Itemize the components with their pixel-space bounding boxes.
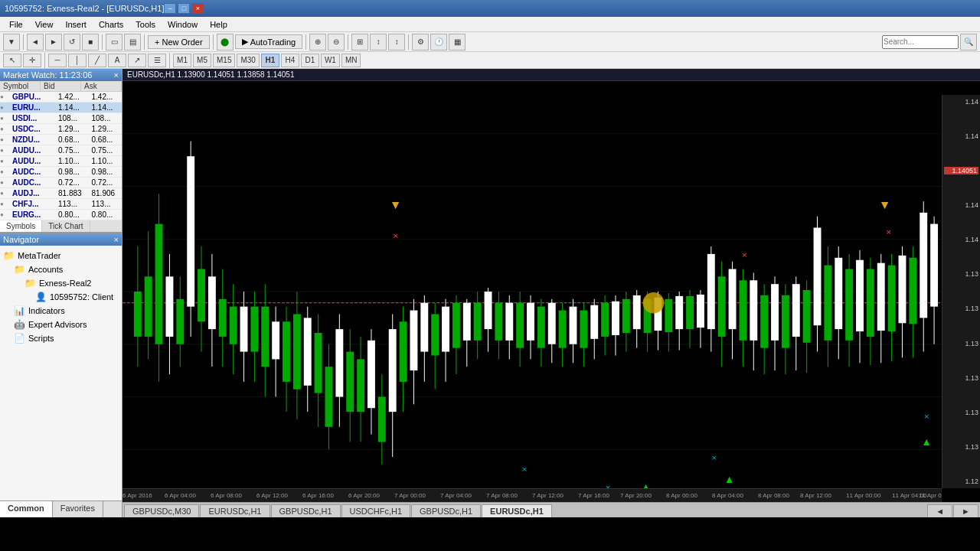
draw-cursor[interactable]: ↖ — [3, 54, 21, 67]
draw-vline[interactable]: │ — [68, 54, 87, 67]
toolbar-settings[interactable]: ⚙ — [412, 34, 429, 51]
toolbar-new[interactable]: ▼ — [3, 34, 20, 51]
toolbar-fwd[interactable]: ► — [45, 34, 62, 51]
chart-tab-eurusdh1-1[interactable]: EURUSDc,H1 — [200, 504, 270, 518]
minimize-button[interactable]: − — [164, 3, 176, 14]
draw-more[interactable]: ☰ — [148, 54, 166, 67]
toolbar-grid[interactable]: ⊞ — [351, 34, 368, 51]
nav-tree-item[interactable]: 🤖 Expert Advisors — [0, 318, 122, 331]
chart-tab-usdchfh1[interactable]: USDCHFc,H1 — [341, 504, 410, 518]
chart-tab-nav-right[interactable]: ► — [953, 504, 978, 518]
menu-file[interactable]: File — [3, 18, 29, 31]
draw-trendline[interactable]: ╱ — [88, 54, 106, 67]
toolbar-chart1[interactable]: ▭ — [106, 34, 122, 51]
svg-rect-12 — [145, 276, 152, 337]
tf-m15[interactable]: M15 — [213, 54, 235, 67]
search-button[interactable]: 🔍 — [960, 34, 977, 51]
toolbar-back[interactable]: ◄ — [27, 34, 44, 51]
tf-mn[interactable]: MN — [341, 54, 361, 67]
chart-tab-nav-left[interactable]: ◄ — [927, 504, 952, 518]
mw-tab-symbols[interactable]: Symbols — [0, 220, 42, 232]
market-watch-row[interactable]: ● GBPU... 1.42... 1.42... — [0, 92, 122, 103]
menu-charts[interactable]: Charts — [93, 18, 129, 31]
svg-rect-152 — [888, 266, 896, 331]
draw-text[interactable]: A — [108, 54, 126, 67]
nav-tree-item[interactable]: 👤 10595752: Client — [0, 290, 122, 304]
main-layout: Market Watch: 11:23:06 × Symbol Bid Ask … — [0, 69, 980, 517]
svg-rect-28 — [230, 307, 237, 344]
tf-h1[interactable]: H1 — [261, 54, 279, 67]
market-watch-row[interactable]: ● EURG... 0.80... 0.80... — [0, 210, 122, 220]
market-watch-rows: ● GBPU... 1.42... 1.42... ● EURU... 1.14… — [0, 92, 122, 220]
toolbar-vol[interactable]: ↕ — [370, 34, 387, 51]
toolbar-refresh[interactable]: ↺ — [64, 34, 80, 51]
tf-w1[interactable]: W1 — [321, 54, 340, 67]
close-button[interactable]: × — [191, 3, 204, 14]
svg-rect-30 — [240, 307, 248, 352]
menu-insert[interactable]: Insert — [59, 18, 93, 31]
nav-tree-item[interactable]: 📁 Accounts — [0, 262, 122, 276]
nav-close-icon[interactable]: × — [114, 235, 119, 244]
search-input[interactable] — [882, 35, 959, 49]
menu-tools[interactable]: Tools — [129, 18, 162, 31]
market-watch-row[interactable]: ● AUDU... 1.10... 1.10... — [0, 156, 122, 167]
toolbar-layout[interactable]: ▦ — [449, 34, 466, 51]
toolbar-green[interactable]: ⬤ — [217, 34, 234, 51]
menu-window[interactable]: Window — [162, 18, 204, 31]
tf-m30[interactable]: M30 — [237, 54, 259, 67]
chart-tab-gbpusdm30[interactable]: GBPUSDc,M30 — [124, 504, 199, 518]
tf-d1[interactable]: D1 — [301, 54, 319, 67]
nav-tree-item[interactable]: 📁 Exness-Real2 — [0, 276, 122, 290]
maximize-button[interactable]: □ — [178, 3, 190, 14]
autotrading-button[interactable]: ▶ AutoTrading — [235, 34, 303, 49]
draw-crosshair[interactable]: ✛ — [23, 54, 41, 67]
nav-tree-item[interactable]: 📁 MetaTrader — [0, 249, 122, 262]
draw-hline[interactable]: ─ — [48, 54, 67, 67]
left-tab-common[interactable]: Common — [0, 501, 53, 517]
market-watch-row[interactable]: ● USDC... 1.29... 1.29... — [0, 124, 122, 135]
toolbar-chart2[interactable]: ▤ — [124, 34, 141, 51]
chart-tab-gbpusdh1-2[interactable]: GBPUSDc,H1 — [411, 504, 481, 518]
svg-rect-92 — [570, 307, 577, 344]
mw-tab-tickchart[interactable]: Tick Chart — [42, 220, 90, 232]
market-watch-row[interactable]: ● AUDU... 0.75... 0.75... — [0, 145, 122, 156]
svg-text:×: × — [393, 230, 398, 241]
tf-h4[interactable]: H4 — [281, 54, 299, 67]
market-watch-row[interactable]: ● NZDU... 0.68... 0.68... — [0, 135, 122, 145]
menu-view[interactable]: View — [29, 18, 60, 31]
market-watch-row[interactable]: ● CHFJ... 113... 113... — [0, 199, 122, 210]
market-watch-row[interactable]: ● AUDJ... 81.883 81.906 — [0, 188, 122, 199]
new-order-button[interactable]: + New Order — [148, 35, 210, 49]
toolbar-zoom-in[interactable]: ⊕ — [309, 34, 326, 51]
market-watch-row[interactable]: ● AUDC... 0.98... 0.98... — [0, 167, 122, 178]
chart-tab-eurusdh1-2[interactable]: EURUSDc,H1 — [482, 504, 552, 518]
tf-m5[interactable]: M5 — [193, 54, 211, 67]
toolbar-stop[interactable]: ■ — [82, 34, 99, 51]
chart-canvas[interactable]: ▼ × ▼ × × × × × ▲ ▲ × — [122, 81, 980, 502]
svg-point-166 — [643, 292, 665, 314]
nav-tree-item[interactable]: 📊 Indicators — [0, 304, 122, 318]
chart-tab-gbpusdh1[interactable]: GBPUSDc,H1 — [271, 504, 341, 518]
svg-rect-144 — [845, 269, 853, 341]
toolbar-clock[interactable]: 🕐 — [430, 34, 447, 51]
mw-close-icon[interactable]: × — [114, 70, 119, 80]
left-panel: Market Watch: 11:23:06 × Symbol Bid Ask … — [0, 69, 122, 517]
left-tab-favorites[interactable]: Favorites — [53, 501, 103, 517]
svg-rect-100 — [612, 302, 619, 335]
market-watch-row[interactable]: ● EURU... 1.14... 1.14... — [0, 103, 122, 113]
time-label: 6 Apr 16:00 — [302, 492, 334, 499]
price-level: 1.13 — [944, 305, 978, 312]
toolbar-zoom-out[interactable]: ⊖ — [328, 34, 345, 51]
menu-help[interactable]: Help — [204, 18, 234, 31]
nav-tree-item[interactable]: 📄 Scripts — [0, 331, 122, 345]
draw-arrow[interactable]: ↗ — [128, 54, 146, 67]
svg-rect-146 — [856, 260, 864, 331]
tf-m1[interactable]: M1 — [173, 54, 191, 67]
time-label: 7 Apr 16:00 — [578, 492, 609, 499]
market-watch-row[interactable]: ● USDI... 108... 108... — [0, 113, 122, 124]
market-watch-row[interactable]: ● AUDC... 0.72... 0.72... — [0, 178, 122, 188]
svg-rect-148 — [867, 269, 874, 337]
mw-col-ask: Ask — [81, 81, 122, 91]
time-label: 8 Apr 00:00 — [666, 492, 697, 499]
toolbar-vol2[interactable]: ↕ — [388, 34, 405, 51]
